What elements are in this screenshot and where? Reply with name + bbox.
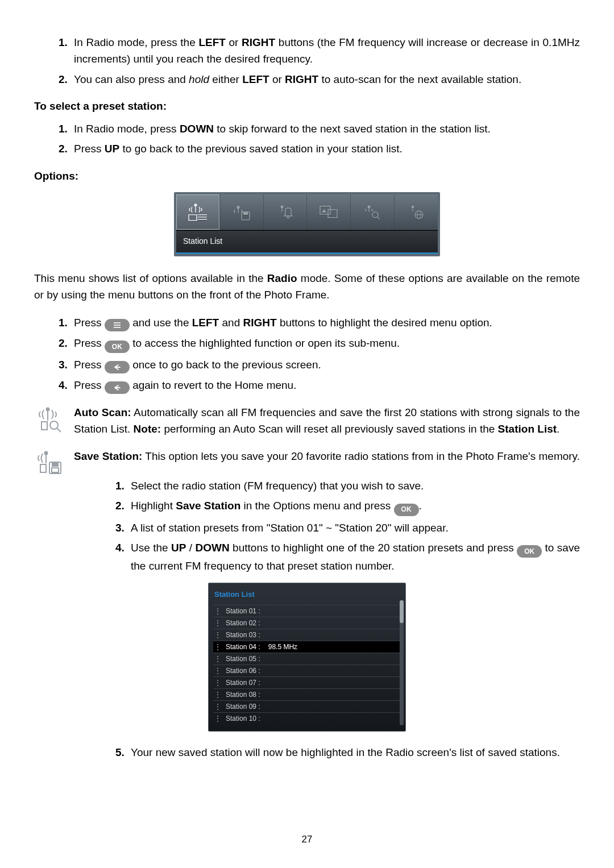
svg-point-19 (412, 206, 413, 207)
step: Press once to go back to the previous sc… (70, 356, 580, 373)
photo-overlay-icon (319, 204, 338, 220)
ok-button-icon: OK (105, 340, 130, 353)
step: Press UP to go back to the previous save… (70, 140, 580, 157)
auto-scan-icon (34, 404, 64, 434)
radio-row-icon: ⋮ (214, 690, 221, 700)
station-row[interactable]: ⋮Station 03 : (213, 629, 401, 641)
preset-heading: To select a preset station: (34, 98, 580, 114)
radio-row-icon: ⋮ (214, 630, 221, 641)
svg-marker-13 (322, 209, 326, 213)
svg-line-18 (377, 217, 380, 219)
step: Highlight Save Station in the Options me… (127, 497, 580, 516)
radio-list-icon (188, 202, 208, 222)
svg-point-1 (194, 204, 197, 206)
options-heading: Options: (34, 168, 580, 184)
station-label: Station 06 : (226, 666, 260, 676)
radio-row-icon: ⋮ (214, 713, 221, 724)
step: In Radio mode, press the LEFT or RIGHT b… (70, 34, 580, 68)
station-label: Station 09 : (226, 701, 260, 712)
step: A list of station presets from "Station … (127, 520, 580, 536)
station-label: Station 08 : (226, 690, 260, 700)
step: Your new saved station will now be highl… (127, 744, 580, 761)
ok-button-icon: OK (517, 545, 542, 558)
tab-station-list[interactable] (176, 194, 220, 230)
station-label: Station 05 : (226, 654, 260, 665)
station-row[interactable]: ⋮Station 02 : (213, 617, 401, 629)
tab-set-alarm[interactable] (264, 194, 308, 230)
station-row[interactable]: ⋮Station 05 : (213, 653, 401, 665)
step: Press and use the LEFT and RIGHT buttons… (70, 314, 580, 331)
radio-tune-steps: In Radio mode, press the LEFT or RIGHT b… (34, 34, 580, 88)
svg-line-30 (57, 428, 61, 432)
back-button-icon (105, 361, 130, 373)
radio-row-icon: ⋮ (214, 654, 221, 665)
svg-point-31 (45, 451, 48, 454)
save-station-steps: Select the radio station (FM frequency) … (68, 477, 580, 575)
station-label: Station 03 : (226, 630, 260, 641)
station-row[interactable]: ⋮Station 06 : (213, 665, 401, 676)
station-row[interactable]: ⋮Station 07 : (213, 676, 401, 688)
radio-search-icon (364, 203, 381, 221)
svg-point-11 (287, 216, 289, 218)
save-station-icon (34, 448, 64, 477)
ok-button-icon: OK (394, 504, 419, 516)
station-label: Station 02 : (226, 618, 260, 629)
back-button-icon (105, 381, 130, 394)
radio-save-icon (233, 203, 251, 221)
radio-bell-icon (277, 203, 294, 221)
svg-point-27 (47, 408, 49, 410)
radio-row-icon: ⋮ (214, 618, 221, 629)
radio-row-icon: ⋮ (214, 606, 221, 617)
svg-point-17 (372, 212, 378, 218)
station-row[interactable]: ⋮Station 01 : (213, 605, 401, 617)
station-row[interactable]: ⋮Station 09 : (213, 700, 401, 712)
radio-row-icon: ⋮ (214, 666, 221, 676)
step: Use the UP / DOWN buttons to highlight o… (127, 539, 580, 575)
station-list-panel: Station List ⋮Station 01 :⋮Station 02 :⋮… (208, 583, 406, 732)
step: Select the radio station (FM frequency) … (127, 477, 580, 494)
tab-save-station[interactable] (220, 194, 264, 230)
svg-rect-14 (328, 210, 337, 218)
scrollbar[interactable] (400, 600, 404, 725)
svg-rect-34 (52, 462, 58, 466)
station-row[interactable]: ⋮Station 04 :98.5 MHz (213, 641, 401, 653)
tab-region[interactable] (395, 194, 438, 230)
station-label: Station 07 : (226, 678, 260, 688)
step: Press again to revert to the Home menu. (70, 377, 580, 394)
menu-button-icon (105, 319, 130, 331)
station-list-title: Station List (214, 589, 400, 600)
options-tab-strip: Station List (174, 192, 440, 256)
step: Press OK to access the highlighted funct… (70, 335, 580, 353)
radio-row-icon: ⋮ (214, 701, 221, 712)
svg-point-15 (368, 206, 370, 208)
tab-photo-overlay[interactable] (307, 194, 351, 230)
station-label: Station 01 : (226, 606, 260, 617)
station-label: Station 10 : (226, 713, 260, 724)
station-row[interactable]: ⋮Station 10 : (213, 712, 401, 724)
svg-rect-8 (243, 212, 248, 215)
svg-point-9 (281, 206, 283, 208)
save-station-steps-cont: Your new saved station will now be highl… (68, 744, 580, 761)
tab-auto-scan[interactable] (351, 194, 395, 230)
options-intro: This menu shows list of options availabl… (34, 270, 580, 304)
svg-point-5 (237, 206, 239, 209)
scrollbar-thumb[interactable] (400, 600, 404, 623)
step: In Radio mode, press DOWN to skip forwar… (70, 121, 580, 137)
svg-rect-12 (320, 206, 330, 214)
station-value: 98.5 MHz (268, 642, 297, 653)
auto-scan-text: Auto Scan: Automatically scan all FM fre… (74, 404, 580, 438)
radio-row-icon: ⋮ (214, 678, 221, 688)
svg-point-29 (50, 421, 58, 429)
step: You can also press and hold either LEFT … (70, 71, 580, 88)
station-row[interactable]: ⋮Station 08 : (213, 688, 401, 700)
save-station-text: Save Station: This option lets you save … (74, 448, 580, 464)
radio-globe-icon (408, 203, 425, 221)
options-steps: Press and use the LEFT and RIGHT buttons… (34, 314, 580, 394)
svg-rect-35 (52, 468, 59, 472)
station-label: Station 04 : (226, 642, 260, 653)
page-number: 27 (34, 834, 580, 845)
preset-steps: In Radio mode, press DOWN to skip forwar… (34, 121, 580, 157)
radio-row-icon: ⋮ (214, 642, 221, 653)
options-strip-label: Station List (176, 230, 438, 252)
